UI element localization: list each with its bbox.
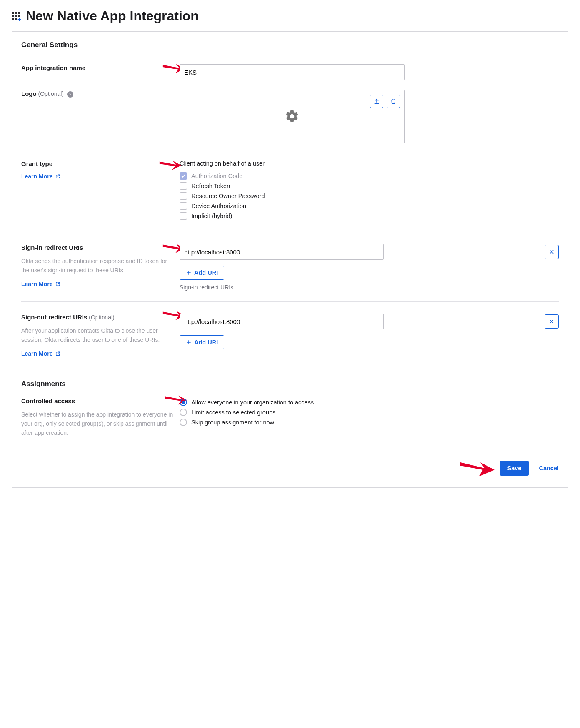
grant-option-authorization-code: Authorization Code	[180, 171, 559, 181]
svg-rect-1	[15, 12, 17, 14]
signout-uris-help: After your application contacts Okta to …	[21, 326, 175, 344]
grant-sub-label: Client acting on behalf of a user	[180, 160, 559, 167]
signout-learn-more-link[interactable]: Learn More	[21, 350, 60, 357]
signout-optional: (Optional)	[89, 314, 114, 321]
svg-rect-0	[12, 12, 14, 14]
checkbox-icon	[180, 202, 187, 210]
signout-uris-label: Sign-out redirect URIs	[21, 314, 87, 321]
svg-rect-6	[12, 18, 14, 20]
plus-icon	[186, 339, 192, 345]
signin-learn-more-link[interactable]: Learn More	[21, 281, 60, 287]
radio-icon	[180, 399, 187, 406]
signout-uri-delete-button[interactable]	[545, 314, 559, 329]
logo-optional: (Optional)	[38, 90, 64, 97]
gear-icon	[285, 109, 300, 125]
external-link-icon	[55, 351, 60, 356]
signout-add-uri-button[interactable]: Add URI	[180, 335, 224, 349]
signin-uri-input[interactable]	[180, 244, 384, 260]
signout-uri-input[interactable]	[180, 314, 384, 329]
svg-rect-3	[12, 15, 14, 17]
save-button[interactable]: Save	[500, 461, 529, 476]
checkbox-icon	[180, 182, 187, 190]
grant-option-refresh-token[interactable]: Refresh Token	[180, 181, 559, 191]
logo-label: Logo	[21, 90, 37, 97]
close-icon	[549, 249, 555, 255]
signin-uri-hint: Sign-in redirect URIs	[180, 284, 559, 291]
logo-dropzone[interactable]	[180, 90, 405, 143]
controlled-access-label: Controlled access	[21, 397, 175, 404]
plus-icon	[186, 270, 192, 276]
grant-type-label: Grant type	[21, 160, 175, 167]
controlled-access-help: Select whether to assign the app integra…	[21, 410, 175, 437]
checkbox-icon	[180, 192, 187, 200]
help-icon[interactable]: ?	[67, 91, 73, 98]
upload-logo-button[interactable]	[370, 95, 383, 108]
delete-logo-button[interactable]	[387, 95, 400, 108]
access-option-skip[interactable]: Skip group assignment for now	[180, 417, 559, 427]
signin-uris-label: Sign-in redirect URIs	[21, 244, 175, 251]
svg-rect-2	[18, 12, 20, 14]
close-icon	[549, 319, 555, 324]
external-link-icon	[55, 174, 60, 179]
section-assignments: Assignments	[21, 380, 66, 388]
section-general-settings: General Settings	[21, 41, 559, 49]
svg-rect-4	[15, 15, 17, 17]
checkbox-icon	[180, 212, 187, 220]
grant-option-implicit[interactable]: Implicit (hybrid)	[180, 211, 559, 221]
checkbox-icon	[180, 172, 187, 180]
grant-learn-more-link[interactable]: Learn More	[21, 173, 60, 180]
app-name-input[interactable]	[180, 64, 405, 80]
radio-icon	[180, 409, 187, 416]
radio-icon	[180, 419, 187, 426]
access-option-everyone[interactable]: Allow everyone in your organization to a…	[180, 397, 559, 407]
app-name-label: App integration name	[21, 64, 85, 71]
signin-uri-delete-button[interactable]	[545, 245, 559, 259]
svg-rect-7	[15, 18, 17, 20]
external-link-icon	[55, 281, 60, 287]
app-grid-icon	[12, 12, 21, 21]
signin-uris-help: Okta sends the authentication response a…	[21, 257, 175, 275]
svg-rect-5	[18, 15, 20, 17]
grant-option-device-authorization[interactable]: Device Authorization	[180, 201, 559, 211]
access-option-selected-groups[interactable]: Limit access to selected groups	[180, 407, 559, 417]
grant-option-resource-owner-password[interactable]: Resource Owner Password	[180, 191, 559, 201]
page-title: New Native App Integration	[26, 8, 199, 24]
cancel-button[interactable]: Cancel	[539, 465, 559, 472]
signin-add-uri-button[interactable]: Add URI	[180, 266, 224, 280]
